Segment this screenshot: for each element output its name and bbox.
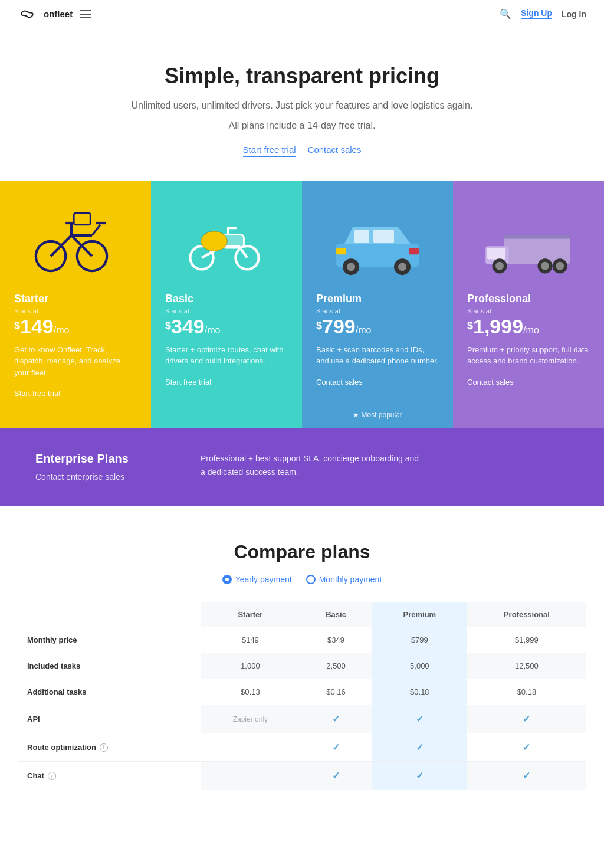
header-right: 🔍 Sign Up Log In [500, 8, 586, 19]
row-label: Additional tasks [18, 679, 201, 705]
checkmark-icon: ✓ [416, 714, 424, 724]
table-cell: ✓ [372, 733, 467, 762]
svg-point-29 [541, 262, 549, 270]
yearly-payment-option[interactable]: Yearly payment [222, 575, 292, 584]
card-basic-starts-at: Starts at [165, 307, 288, 315]
card-premium-name: Premium [316, 293, 439, 305]
card-basic-desc: Starter + optimize routes, chat with dri… [165, 344, 288, 367]
card-starter-name: Starter [14, 293, 137, 305]
checkmark-icon: ✓ [523, 714, 530, 724]
svg-line-7 [92, 225, 100, 235]
card-starter: Starter Starts at $149/mo Get to know On… [0, 181, 151, 428]
table-cell: ✓ [300, 733, 372, 762]
info-icon: i [48, 772, 56, 780]
card-starter-cta[interactable]: Start free trial [14, 389, 60, 399]
checkmark-icon: ✓ [523, 771, 530, 781]
col-header-premium: Premium [372, 602, 467, 627]
table-cell: $149 [201, 627, 300, 653]
yearly-radio[interactable] [222, 575, 232, 584]
svg-point-20 [398, 263, 406, 271]
enterprise-link[interactable]: Contact enterprise sales [35, 472, 124, 482]
table-cell: ✓ [372, 705, 467, 733]
card-premium-starts-at: Starts at [316, 307, 439, 315]
card-basic-price: $349/mo [165, 316, 288, 338]
table-cell: $1,999 [467, 627, 586, 653]
hero-start-trial-link[interactable]: Start free trial [243, 145, 296, 157]
table-cell [201, 733, 300, 762]
checkmark-icon: ✓ [523, 742, 530, 752]
card-professional-cta[interactable]: Contact sales [467, 378, 514, 388]
signup-button[interactable]: Sign Up [521, 8, 552, 19]
enterprise-description: Professional + best support SLA, concier… [201, 452, 425, 479]
enterprise-right: Professional + best support SLA, concier… [201, 452, 425, 479]
login-button[interactable]: Log In [562, 9, 586, 19]
card-basic: Basic Starts at $349/mo Starter + optimi… [151, 181, 302, 428]
compare-table: Starter Basic Premium Professional Month… [18, 602, 586, 790]
card-starter-starts-at: Starts at [14, 307, 137, 315]
svg-point-31 [556, 262, 564, 270]
card-starter-image [14, 198, 137, 281]
payment-toggle: Yearly payment Monthly payment [18, 575, 586, 584]
logo-text: onfleet [44, 9, 73, 19]
table-cell: $349 [300, 627, 372, 653]
table-cell: $799 [372, 627, 467, 653]
svg-rect-9 [74, 213, 90, 225]
checkmark-icon: ✓ [332, 714, 340, 724]
card-professional-starts-at: Starts at [467, 307, 590, 315]
card-premium-cta[interactable]: Contact sales [316, 378, 363, 388]
svg-rect-16 [373, 230, 394, 243]
svg-line-3 [71, 235, 92, 256]
card-professional: Professional Starts at $1,999/mo Premium… [453, 181, 604, 428]
monthly-payment-option[interactable]: Monthly payment [306, 575, 382, 584]
enterprise-title: Enterprise Plans [35, 452, 153, 466]
checkmark-icon: ✓ [416, 742, 424, 752]
row-label: Included tasks [18, 653, 201, 679]
card-professional-name: Professional [467, 293, 590, 305]
svg-line-2 [51, 235, 71, 256]
monthly-radio[interactable] [306, 575, 316, 584]
row-label: API [18, 705, 201, 733]
card-basic-name: Basic [165, 293, 288, 305]
checkmark-icon: ✓ [332, 742, 340, 752]
row-label: Monthly price [18, 627, 201, 653]
enterprise-section: Enterprise Plans Contact enterprise sale… [0, 428, 604, 506]
table-cell: ✓ [467, 762, 586, 790]
hero-contact-sales-link[interactable]: Contact sales [308, 145, 362, 157]
compare-section: Compare plans Yearly payment Monthly pay… [0, 506, 604, 814]
table-cell: 12,500 [467, 653, 586, 679]
table-cell: Zapier only [201, 705, 300, 733]
table-cell: ✓ [467, 733, 586, 762]
svg-rect-15 [354, 230, 369, 243]
header: onfleet 🔍 Sign Up Log In [0, 0, 604, 28]
hamburger-menu[interactable] [80, 10, 91, 18]
card-premium-desc: Basic + scan barcodes and IDs, and use a… [316, 344, 439, 367]
hero-title: Simple, transparent pricing [12, 64, 592, 89]
table-cell: 5,000 [372, 653, 467, 679]
svg-point-18 [347, 263, 355, 271]
zapier-text: Zapier only [233, 715, 268, 723]
col-header-starter: Starter [201, 602, 300, 627]
svg-rect-25 [487, 248, 505, 260]
monthly-label: Monthly payment [319, 575, 382, 584]
col-header-empty [18, 602, 201, 627]
table-cell: $0.18 [467, 679, 586, 705]
hero-subtitle: Unlimited users, unlimited drivers. Just… [12, 98, 592, 113]
info-icon: i [100, 743, 108, 752]
table-cell: $0.16 [300, 679, 372, 705]
card-basic-cta[interactable]: Start free trial [165, 378, 211, 388]
table-cell: ✓ [372, 762, 467, 790]
row-label: Chat i [27, 771, 191, 780]
svg-point-27 [495, 262, 504, 270]
checkmark-icon: ✓ [332, 771, 340, 781]
svg-rect-21 [336, 248, 346, 254]
search-icon[interactable]: 🔍 [500, 8, 511, 19]
table-cell: 2,500 [300, 653, 372, 679]
most-popular-badge: Most popular [302, 411, 453, 419]
card-basic-image [165, 198, 288, 281]
card-premium-price: $799/mo [316, 316, 439, 338]
enterprise-left: Enterprise Plans Contact enterprise sale… [35, 452, 153, 482]
table-cell: $0.13 [201, 679, 300, 705]
svg-rect-22 [409, 248, 419, 254]
yearly-label: Yearly payment [235, 575, 292, 584]
checkmark-icon: ✓ [416, 771, 424, 781]
